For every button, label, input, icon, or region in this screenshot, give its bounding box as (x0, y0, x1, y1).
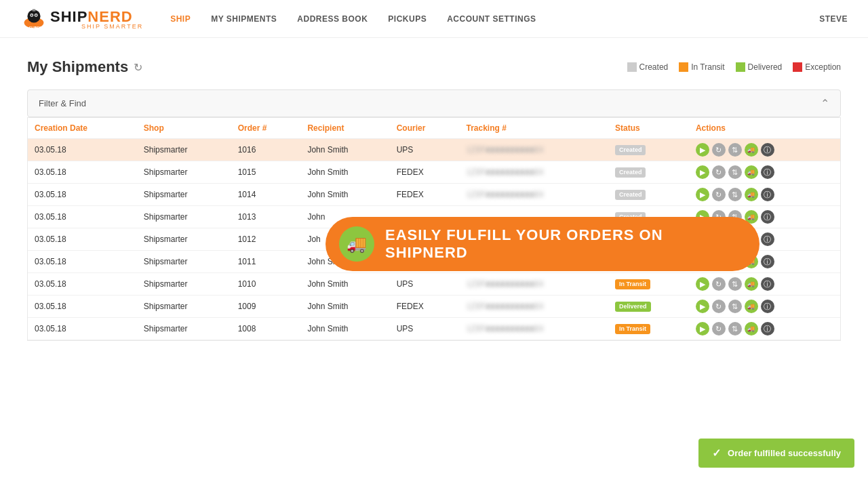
action-refresh-btn[interactable]: ↻ (712, 322, 726, 336)
logo-icon: SHIP NERD (20, 5, 47, 33)
cell-courier: UPS (390, 318, 460, 340)
action-view-btn[interactable]: ▶ (696, 300, 709, 313)
status-badge: Created (615, 167, 646, 178)
cell-order: 1011 (231, 251, 301, 273)
cell-order: 1008 (231, 318, 301, 340)
action-copy-btn[interactable]: ⇅ (728, 188, 742, 201)
actions-cell: ▶ ↻ ⇅ 🚚 ⓘ (696, 188, 833, 201)
action-copy-btn[interactable]: ⇅ (728, 300, 742, 313)
status-badge: Delivered (615, 302, 651, 312)
action-info-btn[interactable]: ⓘ (761, 255, 774, 268)
action-info-btn[interactable]: ⓘ (761, 165, 774, 179)
legend-created-label: Created (639, 62, 669, 72)
cell-shop: Shipsmarter (137, 273, 231, 296)
tracking-number: 1Z9F■■■■■■■■■■84 (466, 167, 543, 177)
cell-recipient: John Smith (300, 139, 389, 161)
actions-cell: ▶ ↻ ⇅ 🚚 ⓘ (696, 165, 833, 179)
cell-shop: Shipsmarter (137, 318, 231, 340)
action-view-btn[interactable]: ▶ (696, 277, 709, 291)
cell-shop: Shipsmarter (137, 296, 231, 318)
cell-order: 1012 (231, 228, 301, 251)
action-refresh-btn[interactable]: ↻ (712, 143, 726, 157)
cell-status: In Transit (608, 318, 689, 340)
action-refresh-btn[interactable]: ↻ (712, 277, 726, 291)
nav-pickups[interactable]: PICKUPS (388, 14, 427, 24)
cell-tracking: 1Z9F■■■■■■■■■■84 (459, 139, 608, 161)
actions-cell: ▶ ↻ ⇅ 🚚 ⓘ (696, 322, 833, 336)
tracking-number: 1Z9F■■■■■■■■■■84 (466, 302, 543, 311)
table-row: 03.05.18 Shipsmarter 1016 John Smith UPS… (28, 139, 840, 161)
action-copy-btn[interactable]: ⇅ (728, 322, 742, 336)
action-view-btn[interactable]: ▶ (696, 143, 709, 157)
cell-order: 1013 (231, 206, 301, 228)
action-truck-btn[interactable]: 🚚 (745, 188, 758, 201)
action-truck-btn[interactable]: 🚚 (745, 322, 758, 336)
cell-order: 1010 (231, 273, 301, 296)
action-view-btn[interactable]: ▶ (696, 322, 709, 336)
action-refresh-btn[interactable]: ↻ (712, 188, 726, 201)
promo-truck-icon: 🚚 (339, 226, 374, 262)
legend-intransit-label: In Transit (691, 62, 724, 72)
action-copy-btn[interactable]: ⇅ (728, 165, 742, 179)
col-recipient[interactable]: Recipient (300, 118, 389, 139)
action-refresh-btn[interactable]: ↻ (712, 300, 726, 313)
action-view-btn[interactable]: ▶ (696, 165, 709, 179)
nav-account-settings[interactable]: ACCOUNT SETTINGS (447, 14, 536, 24)
cell-courier: UPS (390, 139, 460, 161)
col-creation-date[interactable]: Creation Date (28, 118, 137, 139)
action-truck-btn[interactable]: 🚚 (745, 277, 758, 291)
cell-date: 03.05.18 (28, 228, 137, 251)
table-row: 03.05.18 Shipsmarter 1014 John Smith FED… (28, 184, 840, 206)
action-truck-btn[interactable]: 🚚 (745, 165, 758, 179)
action-info-btn[interactable]: ⓘ (761, 322, 774, 336)
action-info-btn[interactable]: ⓘ (761, 143, 774, 157)
logo-tagline: SHIP SMARTER (81, 23, 143, 30)
nav-my-shipments[interactable]: MY SHIPMENTS (211, 14, 277, 24)
svg-rect-11 (679, 62, 688, 72)
nav-ship[interactable]: SHIP (170, 14, 191, 24)
cell-status: Delivered (608, 296, 689, 318)
col-status[interactable]: Status (608, 118, 689, 139)
cell-order: 1009 (231, 296, 301, 318)
cell-courier: UPS (390, 273, 460, 296)
action-truck-btn[interactable]: 🚚 (745, 143, 758, 157)
col-courier[interactable]: Courier (390, 118, 460, 139)
col-shop[interactable]: Shop (137, 118, 231, 139)
nav-address-book[interactable]: ADDRESS BOOK (297, 14, 368, 24)
table-row: 03.05.18 Shipsmarter 1008 John Smith UPS… (28, 318, 840, 340)
svg-rect-10 (627, 62, 637, 72)
action-info-btn[interactable]: ⓘ (761, 277, 774, 291)
action-view-btn[interactable]: ▶ (696, 188, 709, 201)
action-refresh-btn[interactable]: ↻ (712, 165, 726, 179)
filter-bar[interactable]: Filter & Find ⌃ (27, 89, 841, 117)
action-info-btn[interactable]: ⓘ (761, 300, 774, 313)
action-truck-btn[interactable]: 🚚 (745, 300, 758, 313)
table-row: 03.05.18 Shipsmarter 1010 John Smith UPS… (28, 273, 840, 296)
cell-actions: ▶ ↻ ⇅ 🚚 ⓘ (689, 161, 840, 184)
cell-status: Created (608, 161, 689, 184)
action-info-btn[interactable]: ⓘ (761, 210, 774, 224)
action-copy-btn[interactable]: ⇅ (728, 277, 742, 291)
actions-cell: ▶ ↻ ⇅ 🚚 ⓘ (696, 277, 833, 291)
cell-tracking: 1Z9F■■■■■■■■■■84 (459, 184, 608, 206)
col-tracking[interactable]: Tracking # (459, 118, 608, 139)
action-copy-btn[interactable]: ⇅ (728, 143, 742, 157)
legend-delivered-icon (736, 62, 745, 72)
cell-status: In Transit (608, 273, 689, 296)
filter-chevron-icon: ⌃ (821, 97, 829, 110)
refresh-icon[interactable]: ↻ (134, 61, 142, 74)
tracking-number: 1Z9F■■■■■■■■■■84 (466, 190, 543, 199)
logo: SHIP NERD SHIPNERD SHIP SMARTER (20, 5, 143, 33)
cell-shop: Shipsmarter (137, 228, 231, 251)
filter-bar-label: Filter & Find (39, 98, 86, 108)
cell-actions: ▶ ↻ ⇅ 🚚 ⓘ (689, 139, 840, 161)
tracking-number: 1Z9F■■■■■■■■■■84 (466, 145, 543, 155)
status-badge: Created (615, 190, 646, 201)
cell-date: 03.05.18 (28, 206, 137, 228)
action-info-btn[interactable]: ⓘ (761, 232, 774, 246)
col-order[interactable]: Order # (231, 118, 301, 139)
main-content: My Shipments ↻ Created In Transit Delive… (0, 38, 868, 361)
cell-tracking: 1Z9F■■■■■■■■■■84 (459, 161, 608, 184)
action-info-btn[interactable]: ⓘ (761, 188, 774, 201)
page-header: My Shipments ↻ Created In Transit Delive… (27, 58, 841, 76)
